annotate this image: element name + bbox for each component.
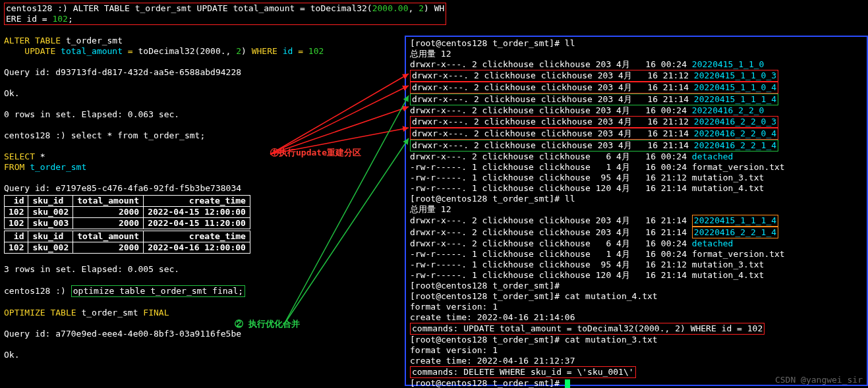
ll2-row: -rw-r-----. 1 clickhouse clickhouse 120 … [410,270,863,281]
ll1-row: -rw-r-----. 1 clickhouse clickhouse 120 … [410,183,863,194]
m4-fv: format version: 1 [410,302,863,312]
ll1-row: drwxr-x---. 2 clickhouse clickhouse 203 … [410,128,863,140]
total-1: 总用量 12 [410,49,863,59]
query-id-1: Query id: d93713fd-d817-432d-aa5e-6588ab… [4,67,399,78]
annotation-1: ①执行update重建分区 [270,148,361,158]
pretty-alter-2: UPDATE total_amount = toDecimal32(2000.,… [4,46,399,57]
rows-0: 0 rows in set. Elapsed: 0.063 sec. [4,109,399,120]
ll2-row: drwxr-x---. 2 clickhouse clickhouse 203 … [410,227,863,238]
pretty-optimize: OPTIMIZE TABLE t_order_smt FINAL [4,308,399,318]
terminal-composite: { "header_sql": { "pre": "centos128 :) "… [0,0,868,388]
total-2: 总用量 12 [410,204,863,215]
left-terminal[interactable]: centos128 :) ALTER TABLE t_order_smt UPD… [0,0,403,388]
ll1-row: -rw-r-----. 1 clickhouse clickhouse 1 4月… [410,162,863,173]
ll1-row: drwxr-x---. 2 clickhouse clickhouse 203 … [410,116,863,128]
result-table-2: idsku_idtotal_amountcreate_time 102sku_0… [4,231,250,254]
prompt-ll-2: [root@centos128 t_order_smt]# ll [410,194,863,204]
watermark: CSDN @yangwei_sir [775,375,863,385]
pretty-select-2: FROM t_order_smt [4,162,399,173]
prompt-cat3: [root@centos128 t_order_smt]# cat mutati… [410,335,863,345]
ll1-row: drwxr-x---. 2 clickhouse clickhouse 203 … [410,82,863,94]
ok-2: Ok. [4,350,399,360]
ok-1: Ok. [4,88,399,99]
pretty-alter: ALTER TABLE t_order_smt [4,36,399,46]
m4-cmd: commands: UPDATE total_amount = toDecima… [410,323,863,335]
ll2-row: drwxr-x---. 2 clickhouse clickhouse 203 … [410,215,863,227]
prompt-cat4: [root@centos128 t_order_smt]# cat mutati… [410,291,863,302]
ll1-row: drwxr-x---. 2 clickhouse clickhouse 6 4月… [410,152,863,162]
m4-ct: create time: 2022-04-16 21:14:06 [410,312,863,323]
ll1-row: drwxr-x---. 2 clickhouse clickhouse 203 … [410,94,863,105]
rows-3: 3 rows in set. Elapsed: 0.005 sec. [4,264,399,275]
ll1-row: drwxr-x---. 2 clickhouse clickhouse 203 … [410,70,863,82]
ll2-row: -rw-r-----. 1 clickhouse clickhouse 95 4… [410,260,863,270]
m3-ct: create time: 2022-04-16 21:12:37 [410,356,863,366]
right-terminal[interactable]: [root@centos128 t_order_smt]# ll 总用量 12 … [405,36,868,386]
m3-fv: format version: 1 [410,345,863,356]
optimize-cmd: centos128 :) optimize table t_order_smt … [4,285,399,297]
ll1-row: drwxr-x---. 2 clickhouse clickhouse 203 … [410,140,863,152]
prompt-ll-1: [root@centos128 t_order_smt]# ll [410,38,863,49]
query-id-2: Query id: e7197e85-c476-4fa6-92fd-f5b3be… [4,183,399,194]
select-cmd: centos128 :) select * from t_order_smt; [4,130,399,141]
annotation-2: ② 执行优化合并 [235,319,300,329]
prompt-empty: [root@centos128 t_order_smt]# [410,281,863,291]
query-id-3: Query id: a770e9ed-eee4-4e00-8bf3-03a911… [4,329,399,339]
ll2-row: drwxr-x---. 2 clickhouse clickhouse 6 4月… [410,238,863,249]
ll1-row: -rw-r-----. 1 clickhouse clickhouse 95 4… [410,173,863,183]
ll1-row: drwxr-x---. 2 clickhouse clickhouse 203 … [410,59,863,70]
ll1-row: drwxr-x---. 2 clickhouse clickhouse 203 … [410,105,863,116]
result-table-1: idsku_idtotal_amountcreate_time 102sku_0… [4,195,250,229]
alter-update-sql: centos128 :) ALTER TABLE t_order_smt UPD… [4,3,446,25]
ll2-row: -rw-r-----. 1 clickhouse clickhouse 1 4月… [410,249,863,260]
cursor-icon [565,379,570,389]
